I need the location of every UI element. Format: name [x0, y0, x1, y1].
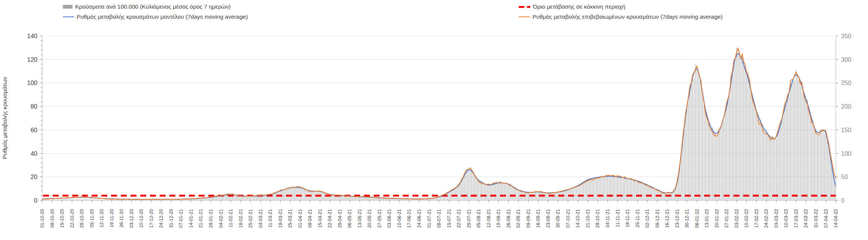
case-bar: [496, 183, 496, 200]
case-bar: [654, 188, 654, 200]
left-axis-tick-label: 120: [27, 56, 37, 63]
x-axis-tick-label: 29-10-20: [79, 209, 85, 228]
case-bar: [797, 74, 798, 200]
case-bar: [688, 103, 688, 200]
case-bar: [323, 192, 323, 200]
x-axis-tick-label: 13-01-22: [704, 209, 709, 228]
case-bar: [575, 188, 575, 200]
x-axis-tick-label: 15-10-20: [59, 209, 65, 228]
case-bar: [637, 181, 638, 200]
case-bar: [746, 76, 747, 200]
x-axis-tick-label: 24-06-21: [417, 209, 422, 228]
case-bar: [606, 176, 606, 200]
case-bar: [793, 80, 794, 200]
x-axis-tick-label: 07-10-21: [565, 209, 571, 228]
right-axis-tick-label: 200: [841, 103, 852, 110]
x-axis-tick-label: 20-05-21: [367, 209, 372, 228]
x-axis-tick-label: 12-08-21: [486, 209, 491, 228]
case-bar: [287, 188, 288, 200]
x-axis-tick-label: 19-11-20: [109, 209, 114, 228]
x-axis-tick-label: 20-01-22: [714, 209, 720, 228]
case-bar: [289, 188, 289, 200]
case-bar: [650, 186, 650, 200]
chart-legend: Κρούσματα ανά 100.000 (Κυλιόμενος μέσος …: [0, 0, 868, 22]
case-bar: [327, 193, 327, 200]
case-bar: [491, 185, 492, 200]
case-bar: [535, 192, 536, 200]
x-axis-tick-label: 03-03-22: [774, 209, 779, 228]
case-bar: [648, 185, 649, 200]
case-bar: [613, 176, 613, 200]
case-bar: [324, 192, 324, 200]
case-bar: [313, 191, 313, 200]
x-axis-tick-label: 04-02-21: [218, 209, 224, 228]
case-bar: [596, 177, 596, 200]
case-bar: [246, 196, 246, 200]
case-bar: [344, 196, 344, 200]
case-bar: [830, 157, 830, 200]
x-axis-tick-label: 17-06-21: [407, 209, 412, 228]
case-bar: [537, 192, 537, 200]
case-bar: [609, 177, 609, 200]
legend-label-model-rate: Ρυθμός μεταβολής κρουσμάτων μοντέλου (7d…: [77, 13, 248, 20]
case-bar: [484, 184, 485, 200]
case-bar: [698, 73, 699, 200]
case-bar: [303, 189, 303, 200]
case-bar: [527, 192, 527, 200]
x-axis-tick-label: 09-09-21: [526, 209, 531, 228]
case-bar: [708, 119, 708, 200]
case-bar: [718, 128, 718, 200]
case-bar: [286, 188, 286, 200]
left-axis-tick-label: 40: [31, 150, 37, 157]
case-bar: [819, 135, 819, 200]
right-axis-tick-label: 350: [841, 33, 852, 39]
case-bar: [263, 195, 263, 200]
case-bar: [470, 168, 470, 200]
case-bar: [545, 193, 546, 200]
case-bar: [582, 182, 582, 200]
case-bar: [300, 188, 300, 200]
case-bar: [663, 192, 663, 200]
case-bar: [712, 127, 713, 200]
case-bar: [647, 184, 647, 200]
case-bar: [722, 124, 723, 200]
case-bar: [673, 192, 673, 200]
case-bar: [828, 147, 829, 200]
case-bar: [770, 140, 771, 200]
case-bar: [461, 181, 462, 200]
right-axis-tick-label: 50: [841, 173, 848, 180]
case-bar: [800, 85, 801, 200]
case-bar: [675, 188, 676, 200]
case-bar: [341, 195, 341, 200]
case-bar: [284, 190, 285, 200]
left-axis-tick-label: 60: [31, 127, 37, 133]
case-bar: [823, 131, 823, 200]
case-bar: [548, 193, 548, 200]
orange-line-swatch-icon: [519, 16, 530, 17]
x-axis-tick-label: 08-10-20: [50, 209, 55, 228]
case-bar: [740, 61, 741, 200]
case-bar: [273, 194, 273, 200]
x-axis-tick-label: 25-03-21: [288, 209, 293, 228]
x-axis-tick-label: 10-12-20: [139, 209, 144, 228]
case-bar: [460, 183, 460, 200]
x-axis-tick-label: 31-12-20: [169, 209, 174, 228]
case-bar: [685, 116, 686, 200]
case-bar: [510, 185, 510, 200]
case-bar: [467, 171, 467, 200]
case-bar: [742, 53, 742, 200]
case-bar: [700, 81, 700, 200]
case-bar: [446, 193, 446, 200]
legend-item-model-rate: Ρυθμός μεταβολής κρουσμάτων μοντέλου (7d…: [63, 13, 248, 20]
case-bar: [617, 176, 618, 200]
x-axis-tick-label: 01-07-21: [427, 209, 432, 228]
case-bar: [794, 80, 795, 200]
case-bar: [702, 91, 703, 200]
case-bar: [752, 97, 752, 200]
case-bar: [754, 106, 754, 200]
case-bar: [588, 179, 588, 200]
case-bar: [605, 177, 605, 200]
case-bar: [585, 181, 585, 200]
case-bar: [694, 77, 694, 200]
case-bar: [641, 182, 642, 200]
